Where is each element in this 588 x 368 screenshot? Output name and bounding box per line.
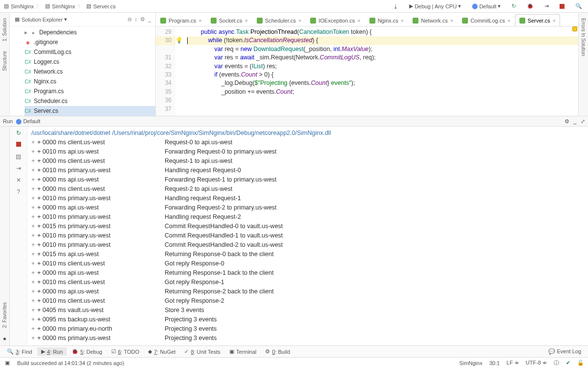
tool-window-tab[interactable]: 🔍3: Find xyxy=(3,347,36,356)
search-icon[interactable]: 🔍 xyxy=(572,2,585,10)
console-line: ++ 0010 ms client.us-westGot reply Respo… xyxy=(31,278,584,287)
tree-item[interactable]: C#CommitLog.cs xyxy=(24,47,155,57)
close-icon[interactable]: × xyxy=(553,18,556,24)
tool-icon: ◆ xyxy=(148,348,152,355)
stop-button[interactable] xyxy=(557,3,567,10)
warning-icon[interactable] xyxy=(572,26,577,31)
close-icon[interactable]: × xyxy=(245,18,247,24)
tree-item[interactable]: C#Logger.cs xyxy=(24,57,155,67)
tree-item[interactable]: C#Server.cs xyxy=(24,106,155,116)
breadcrumb-item[interactable]: ▧Server.cs xyxy=(85,3,116,9)
tool-window-tab[interactable]: ▣Terminal xyxy=(225,347,261,356)
tool-icon: ⚙ xyxy=(265,348,270,355)
status-eol[interactable]: LF ≑ xyxy=(507,360,519,366)
tool-window-tab[interactable]: 🐞5: Debug xyxy=(68,347,106,356)
close-icon[interactable]: ✕ xyxy=(16,177,21,184)
debug-button[interactable]: 🐞 xyxy=(524,2,537,10)
editor-tab[interactable]: Server.cs × xyxy=(515,14,560,26)
tree-item[interactable]: C#Scheduler.cs xyxy=(24,96,155,106)
tree-item[interactable]: ▸▸Dependencies xyxy=(24,27,155,37)
tool-icon: 🐞 xyxy=(72,348,78,355)
explorer-title: Solution Explorer xyxy=(22,17,63,23)
editor-tab[interactable]: CommitLog.cs × xyxy=(458,14,515,26)
console-line: ++ 0000 ms primary.eu-northProjecting 3 … xyxy=(31,324,584,334)
minimize-icon[interactable]: ⎯ xyxy=(573,118,577,125)
tab-bar: Program.cs ×Socket.cs ×Scheduler.cs ×IOE… xyxy=(156,13,578,26)
tool-window-tab[interactable]: ▶4: Run xyxy=(37,347,67,356)
code-text[interactable]: public async Task ProjectionThread(Cance… xyxy=(184,26,578,116)
stop-icon[interactable] xyxy=(16,141,21,148)
console-line: ++ 0015 ms primary.us-westCommit Request… xyxy=(31,222,584,231)
tree-item[interactable]: C#Nginx.cs xyxy=(24,77,155,86)
editor-tab[interactable]: IOException.cs × xyxy=(306,14,365,26)
layout-icon[interactable]: ▤ xyxy=(16,153,21,160)
status-encoding[interactable]: UTF-8 ≑ xyxy=(526,360,547,366)
console-line: ++ 0000 ms api.us-westReturning Response… xyxy=(31,268,584,278)
status-caret-pos[interactable]: 30:1 xyxy=(489,360,499,366)
run-button[interactable]: ↻ xyxy=(509,2,519,10)
editor-tab[interactable]: Socket.cs × xyxy=(206,14,252,26)
console-line: ++ 0010 ms primary.us-westCommit Request… xyxy=(31,240,584,250)
tool-window-tab[interactable]: ✓8: Unit Tests xyxy=(180,347,224,356)
side-tab-errors[interactable]: Errors In Solution xyxy=(580,17,587,57)
breadcrumb[interactable]: ▧SimNginx〉▧SimNginx〉▧Server.cs xyxy=(3,2,116,10)
console-output[interactable]: /usr/local/share/dotnet/dotnet /Users/ri… xyxy=(27,127,588,345)
csharp-file-icon xyxy=(160,18,166,24)
editor-tab[interactable]: Scheduler.cs × xyxy=(252,14,306,26)
line-gutter: 293031323334353637 xyxy=(156,26,175,116)
right-tool-rail: Errors In Solution xyxy=(578,13,588,116)
close-icon[interactable]: × xyxy=(401,18,404,24)
hide-icon[interactable]: ⎯ xyxy=(148,16,151,23)
maximize-icon[interactable]: ⤢ xyxy=(581,118,585,125)
settings-icon[interactable]: ⚙ xyxy=(564,118,569,125)
tool-window-tab[interactable]: ◆7: NuGet xyxy=(144,347,179,356)
editor-tab[interactable]: Nginx.cs × xyxy=(365,14,409,26)
tree-item[interactable]: C#Program.cs xyxy=(24,86,155,96)
lightbulb-icon[interactable]: 💡 xyxy=(175,26,184,116)
tool-window-tab[interactable]: ⚙0: Build xyxy=(261,347,294,356)
close-icon[interactable]: × xyxy=(450,18,453,24)
console-line: ++ 0010 ms client.us-westGot reply Respo… xyxy=(31,296,584,306)
side-tab-structure[interactable]: Structure xyxy=(1,50,8,73)
status-ok-icon: ✔ xyxy=(566,360,570,366)
gear-icon[interactable]: ⚙ xyxy=(140,16,145,23)
breadcrumb-item[interactable]: ▧SimNginx xyxy=(3,3,34,9)
tool-window-tab[interactable]: ☑6: TODO xyxy=(107,347,144,356)
breadcrumb-item[interactable]: ▧SimNginx xyxy=(44,3,75,9)
tool-window-bar: 🔍3: Find▶4: Run🐞5: Debug☑6: TODO◆7: NuGe… xyxy=(0,345,588,357)
console-line: ++ 0000 ms api.us-westReturning Response… xyxy=(31,287,584,296)
export-icon[interactable]: ⇥ xyxy=(16,165,21,172)
help-icon[interactable]: ? xyxy=(17,188,20,195)
run-target-dropdown[interactable]: ⬤ Default ▾ xyxy=(469,2,504,10)
console-command: /usr/local/share/dotnet/dotnet /Users/ri… xyxy=(31,129,584,138)
attach-button[interactable]: ⇥ xyxy=(541,2,552,10)
status-insp-icon[interactable]: ⓘ xyxy=(554,359,559,367)
rerun-icon[interactable]: ↻ xyxy=(16,130,21,136)
close-icon[interactable]: × xyxy=(357,18,360,24)
download-icon[interactable]: ⭳ xyxy=(390,2,401,10)
close-icon[interactable]: × xyxy=(198,18,201,24)
console-line: ++ 0010 ms api.us-westForwarding Request… xyxy=(31,147,584,157)
close-icon[interactable]: × xyxy=(298,18,301,24)
star-icon[interactable]: ★ xyxy=(2,336,7,342)
left-tool-rail-bottom: 2: Favorites ★ xyxy=(0,127,10,345)
status-lock-icon[interactable]: 🔓 xyxy=(577,360,584,366)
console-line: ++ 0015 ms api.us-westReturning Response… xyxy=(31,250,584,259)
close-icon[interactable]: × xyxy=(507,18,510,24)
run-config-dropdown[interactable]: ▶ Debug | Any CPU ▾ xyxy=(406,2,464,10)
csharp-file-icon xyxy=(310,18,316,24)
tree-item[interactable]: C#Network.cs xyxy=(24,67,155,77)
scroll-icon[interactable]: ↕ xyxy=(135,16,138,23)
status-bar: ▣ Build succeeded at 14:01:34 (2 minutes… xyxy=(0,357,588,368)
side-tab-solution[interactable]: 1: Solution xyxy=(1,17,8,43)
collapse-icon[interactable]: ⊖ xyxy=(127,16,132,23)
tool-icon: ▣ xyxy=(229,348,234,355)
status-icon: ▣ xyxy=(4,360,10,366)
console-line: ++ 0000 ms client.us-westRequest-1 to ap… xyxy=(31,157,584,166)
editor-tab[interactable]: Network.cs × xyxy=(408,14,458,26)
tree-item[interactable]: ◆.gitignore xyxy=(24,37,155,47)
console-line: ++ 0000 ms client.us-westRequest-2 to ap… xyxy=(31,184,584,194)
editor-tab[interactable]: Program.cs × xyxy=(156,14,206,26)
event-log-tab[interactable]: 💬 Event Log xyxy=(544,347,585,356)
side-tab-favorites[interactable]: 2: Favorites xyxy=(1,301,8,329)
